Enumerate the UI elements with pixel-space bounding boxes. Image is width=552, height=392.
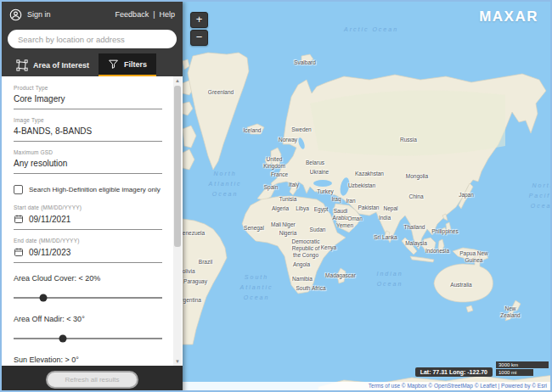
tab-filters[interactable]: Filters [99, 53, 156, 76]
start-date-label: Start date (MM/DD/YYYY) [14, 204, 162, 210]
sidebar: Sign in Feedback | Help [2, 2, 183, 392]
off-nadir-slider[interactable] [14, 333, 162, 344]
search-input[interactable] [8, 30, 177, 48]
sun-elevation-label: Sun Elevation: > 0° [14, 356, 162, 364]
end-date-input[interactable]: 09/11/2023 [14, 244, 162, 263]
header-links: Feedback | Help [115, 10, 175, 19]
sidebar-header: Sign in Feedback | Help [2, 2, 183, 27]
product-type-select[interactable]: Core Imagery [14, 91, 162, 109]
zoom-in-button[interactable]: + [190, 12, 208, 28]
tab-label: Filters [124, 60, 147, 69]
map-attribution[interactable]: Terms of use © Mapbox © OpenStreetMap © … [183, 382, 550, 390]
start-date-field: Start date (MM/DD/YYYY) 09/11/2021 [14, 204, 162, 230]
hd-imagery-label: Search High-Definition eligible imagery … [29, 186, 161, 193]
feedback-link[interactable]: Feedback [115, 10, 149, 19]
slider-thumb[interactable] [59, 335, 66, 343]
tab-label: Area of Interest [33, 61, 89, 70]
tab-bar: Area of Interest Filters [2, 53, 183, 76]
tab-area-of-interest[interactable]: Area of Interest [7, 53, 99, 76]
calendar-icon [14, 214, 24, 224]
panel-scrollbar: ▲ ▼ [173, 76, 182, 366]
max-gsd-field: Maximum GSD Any resolution [14, 149, 162, 174]
map-landmass [183, 2, 550, 390]
world-map[interactable]: GreenlandIcelandSvalbardNorwaySwedenRuss… [183, 2, 550, 390]
sign-in-label: Sign in [27, 10, 51, 19]
search-bar [2, 27, 183, 53]
off-nadir-label: Area Off Nadir: < 30° [14, 315, 162, 323]
max-gsd-select[interactable]: Any resolution [14, 155, 162, 174]
refresh-results-button[interactable]: Refresh all results [46, 371, 138, 389]
start-date-value: 09/11/2021 [29, 215, 70, 224]
end-date-value: 09/11/2023 [29, 248, 70, 257]
image-type-select[interactable]: 4-BANDS, 8-BANDS [14, 123, 162, 142]
scroll-up-arrow[interactable]: ▲ [173, 76, 182, 85]
filters-panel: Product Type Core Imagery Image Type 4-B… [2, 76, 183, 366]
hd-imagery-checkbox-row[interactable]: Search High-Definition eligible imagery … [14, 185, 162, 194]
product-type-label: Product Type [14, 85, 162, 91]
map-zoom-control: + − [190, 12, 208, 46]
user-circle-icon [9, 8, 22, 21]
hd-imagery-checkbox[interactable] [14, 185, 23, 194]
end-date-label: End date (MM/DD/YYYY) [14, 238, 162, 244]
image-type-label: Image Type [14, 117, 162, 123]
calendar-icon [14, 247, 24, 257]
max-gsd-label: Maximum GSD [14, 149, 162, 155]
sidebar-footer: Refresh all results [2, 366, 183, 392]
start-date-input[interactable]: 09/11/2021 [14, 210, 162, 230]
product-type-field: Product Type Core Imagery [14, 85, 162, 109]
scroll-down-arrow[interactable]: ▼ [173, 357, 182, 366]
cloud-cover-slider[interactable] [14, 292, 162, 304]
app-window: GreenlandIcelandSvalbardNorwaySwedenRuss… [0, 0, 552, 392]
slider-thumb[interactable] [40, 294, 48, 302]
cloud-cover-label: Area Cloud Cover: < 20% [14, 274, 162, 283]
maxar-logo: MAXAR [479, 8, 538, 25]
scalebar-mi: 1000 mi [496, 369, 533, 376]
scalebar-km: 3000 km [496, 361, 549, 368]
sign-in-button[interactable]: Sign in [9, 8, 51, 21]
end-date-field: End date (MM/DD/YYYY) 09/11/2023 [14, 238, 162, 263]
image-type-field: Image Type 4-BANDS, 8-BANDS [14, 117, 162, 142]
filter-funnel-icon [108, 59, 119, 70]
map-scalebars: 3000 km 1000 mi [496, 361, 549, 376]
slider-track [14, 297, 162, 299]
zoom-out-button[interactable]: − [190, 30, 208, 46]
link-divider: | [153, 10, 155, 19]
help-link[interactable]: Help [159, 10, 175, 19]
scrollbar-thumb[interactable] [174, 86, 181, 247]
coordinates-badge: Lat: 77.31 Long: -122.70 [415, 367, 493, 377]
slider-track [14, 338, 162, 339]
area-of-interest-icon [16, 59, 28, 71]
